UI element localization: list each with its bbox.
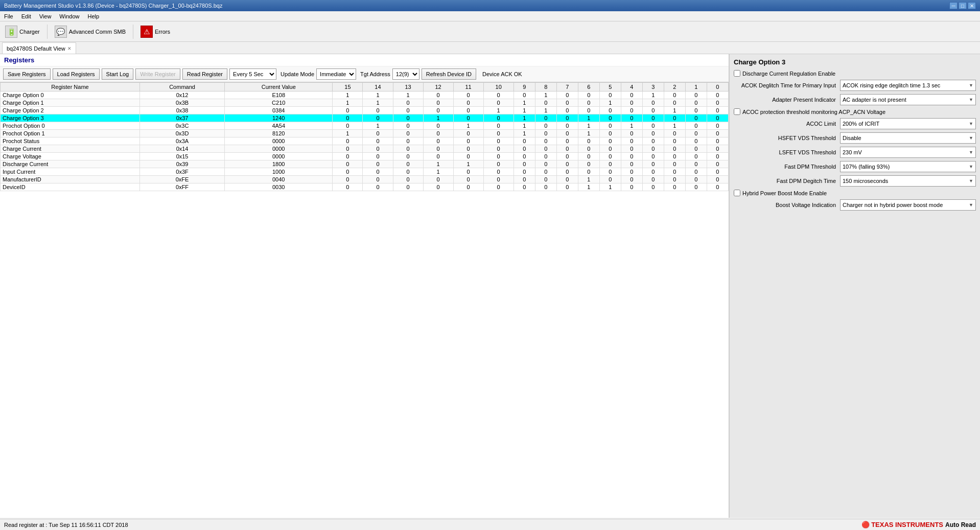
register-bit-cell[interactable]: 0	[393, 130, 423, 137]
register-bit-cell[interactable]: 0	[363, 153, 393, 160]
register-bit-cell[interactable]: 0	[707, 145, 728, 153]
register-bit-cell[interactable]: 0	[514, 153, 535, 160]
close-button[interactable]: ✕	[968, 2, 976, 9]
charger-button[interactable]: 🔋 Charger	[3, 25, 42, 39]
register-bit-cell[interactable]: 0	[578, 160, 599, 168]
register-bit-cell[interactable]: 1	[333, 130, 363, 137]
register-bit-cell[interactable]: 0	[599, 153, 621, 160]
register-bit-cell[interactable]: 0	[393, 99, 423, 107]
acok-deglitch-dropdown[interactable]: ACOK rising edge deglitch time 1.3 sec ▼	[840, 80, 976, 91]
register-bit-cell[interactable]: 0	[599, 160, 621, 168]
register-bit-cell[interactable]: 1	[599, 99, 621, 107]
register-bit-cell[interactable]: 0	[483, 160, 514, 168]
register-bit-cell[interactable]: 0	[599, 130, 621, 137]
register-bit-cell[interactable]: 0	[642, 99, 664, 107]
register-bit-cell[interactable]: 0	[333, 137, 363, 145]
table-row[interactable]: Discharge Current0x391800000110000000000…	[1, 160, 729, 168]
register-bit-cell[interactable]: 0	[707, 107, 728, 114]
register-bit-cell[interactable]: 0	[423, 107, 453, 114]
register-bit-cell[interactable]: 0	[621, 176, 642, 183]
register-bit-cell[interactable]: 1	[514, 114, 535, 122]
register-bit-cell[interactable]: 0	[333, 176, 363, 183]
acoc-threshold-checkbox[interactable]	[734, 108, 740, 115]
register-bit-cell[interactable]: 0	[556, 145, 578, 153]
register-bit-cell[interactable]: 0	[393, 176, 423, 183]
register-bit-cell[interactable]: 0	[642, 153, 664, 160]
register-bit-cell[interactable]: 0	[535, 137, 556, 145]
register-bit-cell[interactable]: 0	[333, 168, 363, 176]
register-bit-cell[interactable]: 1	[599, 183, 621, 191]
register-bit-cell[interactable]: 1	[363, 122, 393, 130]
register-bit-cell[interactable]: 0	[642, 107, 664, 114]
register-bit-cell[interactable]: 0	[483, 91, 514, 99]
register-bit-cell[interactable]: 0	[664, 130, 685, 137]
boost-voltage-dropdown[interactable]: Charger not in hybrid power boost mode ▼	[840, 199, 976, 211]
register-bit-cell[interactable]: 0	[453, 183, 483, 191]
fast-dpm-deglitch-dropdown[interactable]: 150 microseconds ▼	[840, 175, 976, 187]
register-bit-cell[interactable]: 0	[664, 114, 685, 122]
register-bit-cell[interactable]: 0	[556, 114, 578, 122]
register-bit-cell[interactable]: 0	[599, 122, 621, 130]
register-bit-cell[interactable]: 0	[599, 168, 621, 176]
table-row[interactable]: Prochot Option 00x3C4A540100101001010100	[1, 122, 729, 130]
table-row[interactable]: Prochot Option 10x3D81201000001001000000	[1, 130, 729, 137]
register-bit-cell[interactable]: 0	[423, 145, 453, 153]
register-bit-cell[interactable]: 0	[707, 168, 728, 176]
register-bit-cell[interactable]: 0	[707, 160, 728, 168]
register-bit-cell[interactable]: 0	[423, 153, 453, 160]
register-bit-cell[interactable]: 0	[556, 91, 578, 99]
register-bit-cell[interactable]: 0	[514, 160, 535, 168]
register-bit-cell[interactable]: 0	[363, 168, 393, 176]
register-bit-cell[interactable]: 0	[333, 122, 363, 130]
register-bit-cell[interactable]: 0	[685, 176, 707, 183]
register-bit-cell[interactable]: 0	[664, 153, 685, 160]
register-bit-cell[interactable]: 1	[664, 122, 685, 130]
register-bit-cell[interactable]: 0	[556, 130, 578, 137]
load-registers-button[interactable]: Load Registers	[53, 68, 100, 80]
tab-default-view[interactable]: bq24780S Default View ✕	[2, 42, 76, 54]
register-bit-cell[interactable]: 0	[453, 168, 483, 176]
register-bit-cell[interactable]: 0	[642, 168, 664, 176]
table-row[interactable]: Charge Voltage0x1500000000000000000000	[1, 153, 729, 160]
register-bit-cell[interactable]: 0	[423, 183, 453, 191]
register-bit-cell[interactable]: 0	[535, 99, 556, 107]
register-bit-cell[interactable]: 1	[514, 107, 535, 114]
register-bit-cell[interactable]: 0	[535, 183, 556, 191]
register-bit-cell[interactable]: 0	[664, 168, 685, 176]
register-bit-cell[interactable]: 0	[621, 130, 642, 137]
register-bit-cell[interactable]: 0	[578, 91, 599, 99]
register-bit-cell[interactable]: 0	[333, 114, 363, 122]
register-bit-cell[interactable]: 0	[707, 99, 728, 107]
register-bit-cell[interactable]: 1	[423, 168, 453, 176]
register-bit-cell[interactable]: 0	[423, 99, 453, 107]
register-bit-cell[interactable]: 1	[514, 130, 535, 137]
register-bit-cell[interactable]: 0	[707, 176, 728, 183]
table-row[interactable]: Charge Option 30x3712400001001001000000	[1, 114, 729, 122]
register-bit-cell[interactable]: 0	[664, 160, 685, 168]
register-bit-cell[interactable]: 1	[578, 183, 599, 191]
register-bit-cell[interactable]: 0	[685, 153, 707, 160]
register-bit-cell[interactable]: 1	[664, 107, 685, 114]
register-bit-cell[interactable]: 1	[363, 91, 393, 99]
register-bit-cell[interactable]: 1	[453, 160, 483, 168]
register-bit-cell[interactable]: 0	[642, 122, 664, 130]
register-bit-cell[interactable]: 0	[664, 91, 685, 99]
register-bit-cell[interactable]: 0	[423, 91, 453, 99]
register-bit-cell[interactable]: 0	[621, 91, 642, 99]
register-bit-cell[interactable]: 0	[599, 176, 621, 183]
register-bit-cell[interactable]: 0	[556, 183, 578, 191]
register-bit-cell[interactable]: 1	[333, 99, 363, 107]
register-bit-cell[interactable]: 0	[423, 130, 453, 137]
register-bit-cell[interactable]: 1	[393, 91, 423, 99]
register-bit-cell[interactable]: 0	[578, 145, 599, 153]
register-bit-cell[interactable]: 0	[453, 114, 483, 122]
register-bit-cell[interactable]: 0	[363, 183, 393, 191]
register-bit-cell[interactable]: 0	[363, 107, 393, 114]
register-bit-cell[interactable]: 0	[685, 107, 707, 114]
register-bit-cell[interactable]: 0	[535, 176, 556, 183]
register-bit-cell[interactable]: 0	[642, 130, 664, 137]
write-register-button[interactable]: Write Register	[135, 68, 180, 80]
register-bit-cell[interactable]: 0	[556, 137, 578, 145]
register-bit-cell[interactable]: 0	[578, 99, 599, 107]
update-mode-select[interactable]: Immediate Manual	[316, 68, 356, 80]
